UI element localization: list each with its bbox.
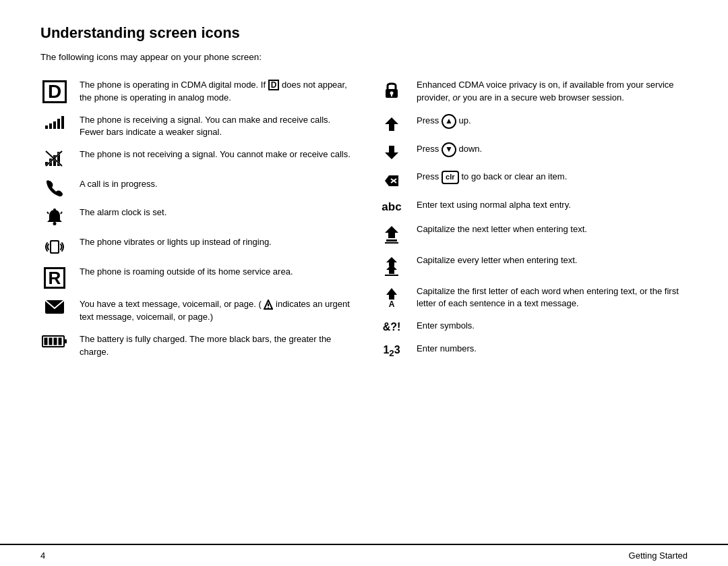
list-item: The battery is fully charged. The more b… — [40, 333, 351, 359]
svg-line-11 — [61, 212, 62, 214]
list-item: Press clr to go back or clear an item. — [377, 171, 688, 190]
svg-rect-20 — [44, 337, 48, 345]
svg-rect-33 — [386, 239, 397, 242]
svg-rect-13 — [51, 242, 58, 252]
page-title: Understanding screen icons — [40, 24, 688, 42]
svg-marker-29 — [385, 175, 398, 186]
abc-icon: abc — [377, 199, 406, 214]
abc-description: Enter text using normal alpha text entry… — [417, 199, 688, 212]
no-signal-description: The phone is not receiving a signal. You… — [80, 148, 351, 161]
cap-word-description: Capitalize the first letter of each word… — [417, 285, 688, 311]
list-item: abc Enter text using normal alpha text e… — [377, 199, 688, 214]
battery-icon — [40, 333, 69, 348]
svg-rect-19 — [64, 339, 67, 343]
cdma-digital-icon: D — [40, 79, 69, 103]
message-description: You have a text message, voicemail, or p… — [80, 298, 351, 324]
numbers-icon: 123 — [377, 343, 406, 358]
section-label: Getting Started — [629, 550, 688, 561]
press-clr-description: Press clr to go back or clear an item. — [417, 171, 688, 184]
alarm-icon — [40, 206, 69, 227]
page-number: 4 — [40, 550, 45, 561]
signal-icon — [40, 114, 69, 129]
list-item: The phone vibrates or lights up instead … — [40, 236, 351, 256]
right-column: Enhanced CDMA voice privacy is on, if av… — [377, 79, 688, 530]
content-columns: D The phone is operating in CDMA digital… — [40, 79, 688, 530]
signal-description: The phone is receiving a signal. You can… — [80, 114, 351, 140]
cap-word-icon: A — [377, 285, 406, 308]
roaming-description: The phone is roaming outside of its home… — [80, 266, 351, 279]
cap-next-icon — [377, 223, 406, 245]
press-clr-icon — [377, 171, 406, 190]
voice-privacy-icon — [377, 79, 406, 99]
svg-rect-26 — [391, 94, 392, 96]
intro-text: The following icons may appear on your p… — [40, 51, 688, 64]
svg-rect-23 — [59, 337, 62, 345]
svg-rect-21 — [49, 337, 53, 345]
press-up-description: Press ▲ up. — [417, 114, 688, 129]
list-item: Enhanced CDMA voice privacy is on, if av… — [377, 79, 688, 105]
list-item: A call is in progress. — [40, 178, 351, 197]
list-item: A Capitalize the first letter of each wo… — [377, 285, 688, 311]
list-item: D The phone is operating in CDMA digital… — [40, 79, 351, 105]
list-item: &?! Enter symbols. — [377, 320, 688, 333]
svg-rect-9 — [53, 208, 56, 210]
vibrate-icon — [40, 236, 69, 256]
symbols-description: Enter symbols. — [417, 320, 688, 333]
call-icon — [40, 178, 69, 197]
list-item: Capitalize every letter when entering te… — [377, 254, 688, 276]
list-item: The alarm clock is set. — [40, 206, 351, 227]
list-item: The phone is not receiving a signal. You… — [40, 148, 351, 169]
list-item: The phone is receiving a signal. You can… — [40, 114, 351, 140]
roaming-icon: R — [40, 266, 69, 289]
press-up-icon — [377, 114, 406, 133]
vibrate-description: The phone vibrates or lights up instead … — [80, 236, 351, 249]
message-icon — [40, 298, 69, 314]
call-description: A call is in progress. — [80, 178, 351, 191]
svg-line-10 — [47, 212, 49, 214]
voice-privacy-description: Enhanced CDMA voice privacy is on, if av… — [417, 79, 688, 105]
cap-all-description: Capitalize every letter when entering te… — [417, 254, 688, 267]
no-signal-icon — [40, 148, 69, 169]
battery-description: The battery is fully charged. The more b… — [80, 333, 351, 359]
svg-rect-37 — [385, 275, 398, 276]
svg-point-8 — [53, 222, 57, 225]
svg-marker-27 — [385, 117, 398, 131]
svg-point-17 — [268, 307, 269, 308]
svg-marker-36 — [386, 264, 397, 274]
alarm-description: The alarm clock is set. — [80, 206, 351, 219]
list-item: Press ▼ down. — [377, 142, 688, 161]
left-column: D The phone is operating in CDMA digital… — [40, 79, 351, 530]
list-item: Press ▲ up. — [377, 114, 688, 133]
numbers-description: Enter numbers. — [417, 343, 688, 356]
press-down-icon — [377, 142, 406, 161]
svg-marker-38 — [386, 288, 397, 300]
svg-marker-32 — [385, 226, 398, 238]
symbols-icon: &?! — [377, 320, 406, 333]
list-item: R The phone is roaming outside of its ho… — [40, 266, 351, 289]
page-footer: 4 Getting Started — [0, 544, 728, 566]
cdma-digital-description: The phone is operating in CDMA digital m… — [80, 79, 351, 105]
press-down-description: Press ▼ down. — [417, 142, 688, 157]
svg-marker-28 — [385, 146, 398, 159]
svg-rect-22 — [54, 337, 57, 345]
page-container: Understanding screen icons The following… — [0, 0, 728, 544]
list-item: Capitalize the next letter when entering… — [377, 223, 688, 245]
svg-text:A: A — [389, 300, 395, 308]
svg-rect-34 — [385, 242, 398, 244]
cap-next-description: Capitalize the next letter when entering… — [417, 223, 688, 236]
cap-all-icon — [377, 254, 406, 276]
list-item: You have a text message, voicemail, or p… — [40, 298, 351, 324]
list-item: 123 Enter numbers. — [377, 343, 688, 358]
